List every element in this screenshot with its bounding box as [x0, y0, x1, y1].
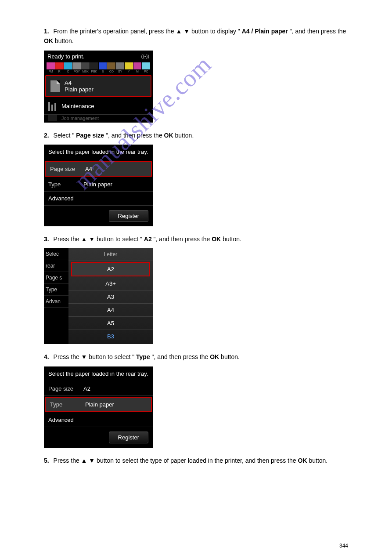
step-number: 3.: [44, 236, 49, 243]
size-option-a2[interactable]: A2: [71, 262, 150, 276]
step2-item: Page size: [76, 132, 104, 139]
step-number: 1.: [44, 28, 49, 35]
ink-r: R: [55, 62, 64, 73]
step-number: 4.: [44, 353, 49, 360]
picker-background-labels: SelecrearPage sTypeAdvan: [44, 248, 68, 344]
register-button[interactable]: Register: [109, 432, 148, 443]
step-2: 2. Select " Page size ", and then press …: [44, 131, 348, 140]
step-1: 1. From the printer's operation panel, p…: [44, 26, 348, 46]
ok-label: OK: [44, 37, 53, 44]
arrow-up-icon: ▲: [81, 457, 87, 464]
job-mgmt-label: Job management: [61, 116, 99, 121]
step5-mid: button to select the type of paper loade…: [97, 457, 298, 464]
ink-pm: PM: [47, 62, 55, 73]
ink-pbk: PBK: [90, 62, 98, 73]
paper-settings-screen-1: Select the paper loaded in the rear tray…: [44, 145, 153, 226]
paper-size: A4: [65, 80, 94, 86]
step-number: 5.: [44, 457, 49, 464]
maintenance-icon: [48, 102, 57, 111]
page-size-label: Page size: [50, 166, 85, 172]
step1-text-after: ", and then press the: [290, 28, 346, 35]
arrow-down-icon: ▼: [89, 236, 95, 243]
button-bar: Register: [44, 206, 153, 226]
step1-menu-item: A4 / Plain paper: [242, 28, 288, 35]
step3-after: ", and then press the: [154, 236, 212, 243]
size-option-b3[interactable]: B3: [68, 330, 153, 343]
size-option-a5[interactable]: A5: [68, 317, 153, 330]
arrow-down-icon: ▼: [183, 28, 190, 35]
step2-end: button.: [175, 132, 194, 139]
size-option-a3[interactable]: A3: [68, 290, 153, 304]
screen2-prompt: Select the paper loaded in the rear tray…: [44, 145, 153, 160]
size-option-a4[interactable]: A4: [68, 304, 153, 317]
ink-mbk: MBK: [81, 62, 90, 73]
step4-after: ", and then press the: [152, 353, 210, 360]
ok-label: OK: [164, 132, 173, 139]
ink-b: B: [99, 62, 107, 73]
ink-levels: PMRCPGYMBKPBKBCOGYYMPC: [44, 62, 153, 74]
step-3: 3. Press the ▲ ▼ button to select " A2 "…: [44, 234, 348, 244]
paper-info: A4 Plain paper: [65, 80, 94, 93]
ink-pgy: PGY: [72, 62, 81, 73]
maintenance-menu-item[interactable]: Maintenance: [44, 98, 153, 115]
page-size-row[interactable]: Page size A4: [45, 161, 152, 177]
type-value: Plain paper: [85, 401, 114, 408]
step2-before: Select ": [54, 132, 75, 139]
advanced-row[interactable]: Advanced: [44, 413, 153, 427]
page-size-row[interactable]: Page size A2: [44, 382, 153, 396]
arrow-up-icon: ▲: [176, 28, 182, 35]
ink-pc: PC: [142, 62, 150, 73]
wifi-icon: ((•)): [141, 54, 149, 59]
ink-c: C: [64, 62, 72, 73]
printer-home-screen: Ready to print. ((•)) PMRCPGYMBKPBKBCOGY…: [44, 51, 153, 123]
step4-item: Type: [136, 353, 150, 360]
arrow-down-icon: ▼: [81, 353, 87, 360]
arrow-up-icon: ▲: [81, 236, 87, 243]
paper-settings-screen-2: Select the paper loaded in the rear tray…: [44, 366, 153, 448]
paper-menu-item[interactable]: A4 Plain paper: [45, 75, 151, 97]
step5-before: Press the: [54, 457, 81, 464]
type-label: Type: [48, 181, 83, 188]
button-bar: Register: [44, 427, 153, 448]
step1-end: button.: [55, 37, 74, 44]
page-number: 344: [339, 543, 348, 549]
type-label: Type: [50, 401, 85, 408]
advanced-label: Advanced: [48, 195, 74, 202]
advanced-label: Advanced: [48, 417, 74, 423]
step4-before: Press the: [54, 353, 81, 360]
maintenance-label: Maintenance: [61, 103, 94, 109]
step3-item: A2: [144, 236, 152, 243]
step-5: 5. Press the ▲ ▼ button to select the ty…: [44, 456, 348, 465]
type-row[interactable]: Type Plain paper: [44, 178, 153, 192]
ink-gy: GY: [116, 62, 124, 73]
step2-after: ", and then press the: [106, 132, 164, 139]
page-size-label: Page size: [48, 385, 83, 392]
page-size-value: A2: [83, 385, 90, 392]
step3-before: Press the: [54, 236, 81, 243]
step3-mid: button to select ": [97, 236, 142, 243]
advanced-row[interactable]: Advanced: [44, 192, 153, 206]
step-4: 4. Press the ▼ button to select " Type "…: [44, 352, 348, 362]
ink-y: Y: [125, 62, 133, 73]
ink-m: M: [133, 62, 142, 73]
paper-type: Plain paper: [65, 86, 94, 93]
type-row[interactable]: Type Plain paper: [45, 397, 152, 412]
screen4-prompt: Select the paper loaded in the rear tray…: [44, 366, 153, 382]
register-button[interactable]: Register: [109, 210, 148, 222]
ok-label: OK: [212, 236, 221, 243]
step1-text-before: From the printer's operation panel, pres…: [54, 28, 176, 35]
screen1-title: Ready to print.: [47, 53, 85, 60]
step1-text-mid: button to display ": [191, 28, 240, 35]
size-picker-screen: SelecrearPage sTypeAdvan LetterA2A3+A3A4…: [44, 248, 153, 344]
size-option-letter[interactable]: Letter: [68, 248, 153, 261]
arrow-down-icon: ▼: [89, 457, 95, 464]
step4-mid: button to select ": [89, 353, 134, 360]
job-management-menu-item[interactable]: Job management: [44, 115, 153, 123]
ok-label: OK: [298, 457, 307, 464]
step-number: 2.: [44, 132, 49, 139]
screen1-header: Ready to print. ((•)): [44, 51, 153, 62]
ok-label: OK: [210, 353, 219, 360]
page-size-value: A4: [85, 166, 92, 172]
size-option-a3plus[interactable]: A3+: [68, 277, 153, 290]
type-value: Plain paper: [83, 181, 112, 188]
